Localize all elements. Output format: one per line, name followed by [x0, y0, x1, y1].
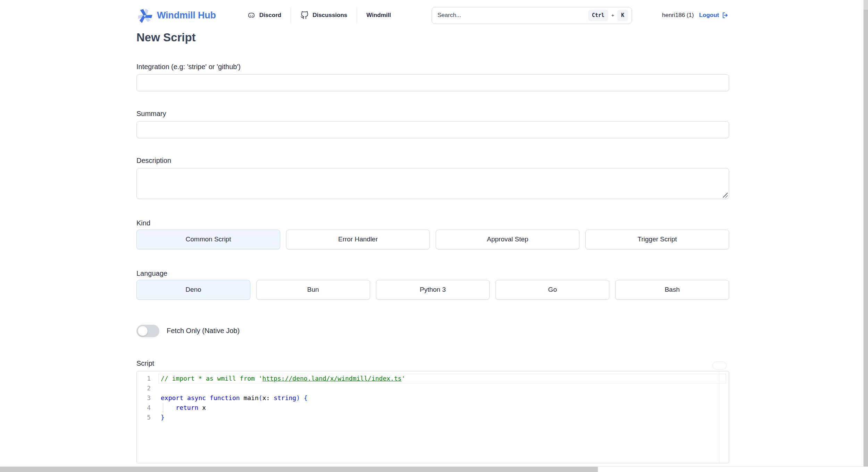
integration-input[interactable] [136, 74, 729, 91]
vertical-scrollbar-thumb[interactable] [863, 10, 868, 466]
fetch-only-label: Fetch Only (Native Job) [167, 327, 240, 335]
fetch-only-toggle[interactable] [136, 325, 159, 337]
kbd-plus: + [611, 13, 614, 18]
kbd-ctrl-badge: Ctrl [588, 10, 608, 21]
top-header: Windmill Hub Discord Discussions [0, 0, 868, 31]
discord-icon [247, 11, 256, 19]
kind-option-common-script[interactable]: Common Script [136, 230, 280, 249]
logout-icon [721, 11, 729, 19]
toggle-knob [138, 326, 148, 336]
language-option-python-3[interactable]: Python 3 [376, 280, 490, 300]
kbd-k-badge: K [617, 10, 628, 21]
windmill-logo-icon [136, 7, 152, 23]
summary-input[interactable] [136, 121, 729, 138]
line-number: 4 [137, 403, 151, 413]
page-title: New Script [136, 31, 729, 44]
github-icon [300, 11, 309, 19]
language-option-bun[interactable]: Bun [256, 280, 370, 300]
vertical-scrollbar[interactable] [863, 0, 868, 466]
code-line: 3export async function main(x: string) { [137, 393, 729, 403]
header-nav: Discord Discussions Windmill [247, 0, 400, 31]
script-label: Script [136, 359, 729, 367]
description-textarea[interactable] [136, 168, 729, 199]
nav-item-label: Windmill [366, 12, 391, 19]
code-line: 1// import * as wmill from 'https://deno… [137, 374, 729, 383]
search-input[interactable] [437, 12, 585, 19]
nav-item-discord[interactable]: Discord [247, 11, 291, 19]
code-lines: 1// import * as wmill from 'https://deno… [137, 371, 729, 422]
kind-option-trigger-script[interactable]: Trigger Script [585, 230, 729, 249]
code-line: 2 [137, 383, 729, 393]
nav-item-label: Discord [259, 12, 281, 19]
nav-item-label: Discussions [312, 12, 347, 19]
code-line-content: } [158, 413, 726, 422]
kind-label: Kind [136, 219, 729, 227]
kind-options-row: Common ScriptError HandlerApproval StepT… [136, 230, 729, 249]
code-line-content [158, 383, 726, 393]
language-options-row: DenoBunPython 3GoBash [136, 280, 729, 300]
language-option-go[interactable]: Go [495, 280, 609, 300]
user-area: henri186 (1) Logout [662, 11, 729, 19]
line-number: 1 [137, 374, 151, 383]
kind-option-error-handler[interactable]: Error Handler [286, 230, 430, 249]
logout-label: Logout [699, 12, 719, 19]
language-option-deno[interactable]: Deno [136, 280, 250, 300]
line-number: 3 [137, 393, 151, 403]
username-label: henri186 (1) [662, 12, 694, 19]
new-script-form: New Script Integration (e.g: 'stripe' or… [136, 31, 729, 463]
script-section: Script 1// import * as wmill from 'https… [136, 359, 729, 463]
brand-name: Windmill Hub [157, 10, 216, 21]
summary-label: Summary [136, 110, 729, 118]
code-line: 4 return x [137, 403, 729, 413]
language-label: Language [136, 270, 729, 278]
horizontal-scrollbar[interactable] [0, 466, 868, 472]
description-label: Description [136, 157, 729, 165]
fetch-only-row: Fetch Only (Native Job) [136, 325, 729, 337]
horizontal-scrollbar-thumb[interactable] [0, 467, 598, 472]
editor-theme-toggle[interactable] [712, 362, 727, 370]
nav-item-discussions[interactable]: Discussions [291, 11, 357, 19]
editor-scrollbar-ruler [719, 371, 719, 463]
code-line: 5} [137, 413, 729, 422]
code-line-content: // import * as wmill from 'https://deno.… [158, 374, 726, 383]
language-option-bash[interactable]: Bash [615, 280, 729, 300]
code-line-content: export async function main(x: string) { [158, 393, 726, 403]
line-number: 5 [137, 413, 151, 422]
search-box: Ctrl + K [432, 7, 632, 24]
code-line-content: return x [158, 403, 726, 413]
code-editor[interactable]: 1// import * as wmill from 'https://deno… [136, 371, 729, 463]
kind-option-approval-step[interactable]: Approval Step [436, 230, 579, 249]
line-number: 2 [137, 383, 151, 393]
integration-label: Integration (e.g: 'stripe' or 'github') [136, 63, 729, 71]
brand-logo-link[interactable]: Windmill Hub [136, 7, 216, 23]
nav-item-windmill[interactable]: Windmill [357, 12, 400, 19]
logout-button[interactable]: Logout [699, 11, 729, 19]
